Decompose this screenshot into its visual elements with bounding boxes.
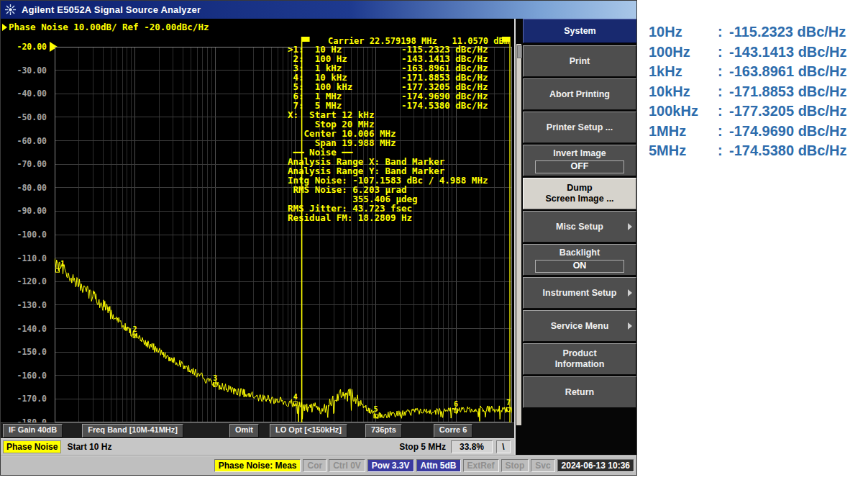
status-stop: Stop (501, 459, 529, 472)
annotation-colon: : (718, 122, 728, 142)
menu-item-print[interactable]: Print (523, 45, 636, 77)
menu-item-service-menu[interactable]: Service Menu (523, 310, 636, 342)
annotation-colon: : (718, 42, 728, 63)
menu-item-label: Invert Image (553, 148, 606, 159)
menu-item-label: Return (565, 387, 594, 398)
annotation-value: -171.8853 dBc/Hz (729, 82, 846, 102)
menu-item-invert-image[interactable]: Invert ImageOFF (523, 145, 636, 176)
y-axis-label: -80.00 (1, 183, 47, 193)
y-axis-ref-label: -20.00 (1, 42, 47, 52)
analyzer-window: Agilent E5052A Signal Source Analyzer Ph… (0, 0, 637, 476)
y-axis-label: -160.0 (1, 371, 47, 381)
window-titlebar[interactable]: Agilent E5052A Signal Source Analyzer (1, 1, 636, 19)
y-axis-label: -120.0 (1, 276, 47, 286)
y-axis-label: -100.0 (1, 230, 47, 240)
status-2024-06-13-10-36: 2024-06-13 10:36 (557, 459, 634, 472)
menu-item-printer-setup[interactable]: Printer Setup ... (523, 112, 636, 143)
y-axis-label: -30.00 (1, 65, 47, 76)
y-axis-label: -40.00 (1, 89, 47, 99)
menu-item-label: Instrument Setup (543, 288, 617, 299)
menu-header: System (523, 19, 636, 43)
settings-softkey-strip: IF Gain 40dBFreq Band [10M-41MHz]OmitLO … (1, 422, 514, 438)
setting-corre-6[interactable]: Corre 6 (434, 424, 473, 438)
setting-omit[interactable]: Omit (229, 424, 259, 438)
svg-text:4: 4 (293, 393, 298, 401)
annotation-value: -115.2323 dBc/Hz (729, 22, 846, 42)
trace-header: Phase Noise 10.00dB/ Ref -20.00dBc/Hz (2, 22, 209, 32)
annotation-row-1khz: 1kHz:-163.8961 dBc/Hz (649, 62, 846, 82)
annotation-frequency: 1MHz (649, 122, 718, 142)
menu-scrollbar-handle[interactable] (517, 45, 522, 58)
submenu-arrow-icon (628, 322, 632, 330)
marker-readout-block: >1: 10 Hz -115.2323 dBc/Hz 2: 100 Hz -14… (288, 45, 488, 222)
annotation-value: -143.1413 dBc/Hz (729, 42, 846, 63)
setting-freq-band-10m-41mhz[interactable]: Freq Band [10M-41MHz] (82, 424, 183, 438)
annotation-frequency: 10kHz (649, 82, 718, 102)
svg-text:2: 2 (133, 325, 137, 333)
menu-item-state: ON (535, 260, 624, 273)
annotation-value: -174.9690 dBc/Hz (729, 122, 846, 142)
busy-indicator: \ (496, 440, 511, 453)
submenu-arrow-icon (628, 223, 632, 230)
menu-item-state: OFF (535, 160, 624, 173)
menu-item-label: Print (570, 56, 590, 67)
annotation-colon: : (718, 62, 728, 82)
annotation-value: -163.8961 dBc/Hz (729, 62, 846, 82)
screenshot-stage: Agilent E5052A Signal Source Analyzer Ph… (0, 0, 868, 480)
mode-chip: Phase Noise (3, 440, 61, 453)
menu-item-label: Misc Setup (556, 222, 603, 232)
menu-item-label: Product Information (555, 348, 605, 370)
sweep-start-label: Start 10 Hz (67, 442, 111, 452)
menu-item-dump[interactable]: Dump Screen Image ... (523, 178, 636, 209)
y-axis-label: -60.00 (1, 136, 47, 146)
trace-header-label: Phase Noise 10.00dB/ Ref -20.00dBc/Hz (9, 22, 209, 32)
svg-text:5: 5 (373, 405, 378, 413)
y-axis-label: -110.0 (1, 253, 47, 263)
y-axis-label: -50.00 (1, 112, 47, 122)
setting-if-gain-40db[interactable]: IF Gain 40dB (3, 424, 63, 438)
status-cor: Cor (303, 459, 326, 472)
annotation-frequency: 5MHz (649, 141, 718, 161)
annotation-row-10hz: 10Hz:-115.2323 dBc/Hz (649, 22, 846, 42)
y-axis-label: -140.0 (1, 324, 47, 334)
menu-item-instrument-setup[interactable]: Instrument Setup (523, 277, 636, 309)
status-svc: Svc (531, 459, 554, 472)
status-extref: ExtRef (463, 459, 499, 472)
y-axis-label: -170.0 (1, 394, 47, 404)
setting-lo-opt-150khz[interactable]: LO Opt [<150kHz] (270, 424, 347, 438)
instrument-screen: Phase Noise 10.00dB/ Ref -20.00dBc/Hz -2… (1, 19, 516, 455)
status-ctrl-0v: Ctrl 0V (329, 459, 365, 472)
svg-text:1: 1 (60, 260, 65, 268)
menu-items: PrintAbort PrintingPrinter Setup ...Inve… (523, 45, 636, 408)
menu-item-return[interactable]: Return (523, 376, 636, 408)
menu-item-label: Printer Setup ... (547, 122, 613, 133)
annotation-colon: : (718, 22, 728, 42)
svg-text:7: 7 (506, 399, 511, 407)
status-phase-noise-meas: Phase Noise: Meas (214, 459, 301, 472)
annotation-frequency: 10Hz (649, 22, 718, 42)
setting-736pts[interactable]: 736pts (365, 424, 402, 438)
annotation-row-100khz: 100kHz:-177.3205 dBc/Hz (649, 101, 846, 122)
status-pow-3-3v: Pow 3.3V (367, 459, 414, 472)
agilent-spark-icon (4, 4, 17, 16)
annotation-colon: : (718, 101, 728, 122)
softkey-menu: System PrintAbort PrintingPrinter Setup … (516, 19, 636, 455)
y-axis-label: -90.00 (1, 206, 47, 216)
menu-item-product[interactable]: Product Information (523, 343, 636, 375)
menu-item-label: Dump Screen Image ... (545, 183, 613, 204)
menu-item-backlight[interactable]: BacklightON (523, 244, 636, 276)
annotation-frequency: 1kHz (649, 62, 718, 82)
annotation-value: -177.3205 dBc/Hz (729, 101, 846, 122)
menu-scrollbar[interactable] (516, 44, 521, 425)
annotation-row-10khz: 10kHz:-171.8853 dBc/Hz (649, 82, 846, 102)
annotation-frequency: 100Hz (649, 42, 718, 63)
annotation-colon: : (718, 141, 728, 161)
menu-item-abort-printing[interactable]: Abort Printing (523, 78, 636, 110)
svg-text:6: 6 (454, 400, 458, 408)
menu-item-label: Backlight (559, 248, 600, 258)
annotation-colon: : (718, 82, 728, 102)
svg-text:3: 3 (213, 374, 217, 382)
menu-item-misc-setup[interactable]: Misc Setup (523, 211, 636, 243)
annotation-row-100hz: 100Hz:-143.1413 dBc/Hz (649, 42, 846, 63)
global-status-bar: Phase Noise: MeasCorCtrl 0VPow 3.3VAttn … (1, 455, 636, 475)
